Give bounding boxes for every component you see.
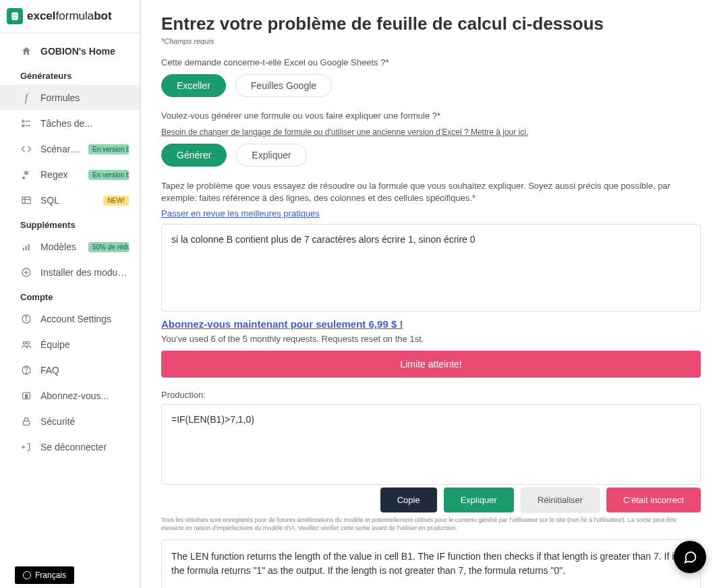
pill-row-platform: Exceller Feuilles Google — [161, 74, 701, 97]
svg-point-26 — [26, 372, 26, 373]
subscribe-link[interactable]: Abonnez-vous maintenant pour seulement 6… — [161, 318, 403, 330]
plus-circle-icon — [20, 266, 32, 278]
output-label: Production: — [161, 390, 701, 400]
regex-icon — [20, 169, 32, 181]
info-icon — [20, 313, 32, 325]
problem-input[interactable] — [161, 224, 701, 312]
svg-point-22 — [26, 316, 26, 317]
svg-rect-4 — [22, 125, 24, 127]
usage-text: You've used 6 of the 5 monthly requests.… — [161, 334, 701, 344]
output-box: =IF(LEN(B1)>7,1,0) — [161, 404, 701, 485]
chat-fab[interactable] — [674, 541, 706, 573]
beta-badge: En version b — [88, 144, 129, 154]
sidebar-item-taches[interactable]: Tâches de... — [0, 111, 140, 136]
svg-point-2 — [16, 14, 17, 16]
language-label: Français — [35, 570, 66, 580]
sidebar-item-label: Account Settings — [40, 314, 129, 324]
sidebar-item-securite[interactable]: Sécurité — [0, 409, 140, 434]
copy-button[interactable]: Copie — [380, 488, 437, 512]
question-mode: Voulez-vous générer une formule ou vous … — [161, 111, 701, 121]
incorrect-button[interactable]: C'était incorrect — [606, 488, 701, 512]
sidebar-item-label: Modèles — [40, 241, 80, 252]
sidebar-body: GOBION's Home Générateurs f Formules Tâc… — [0, 33, 140, 588]
action-row: Copie Expliquer Réinitialiser C'était in… — [161, 488, 701, 512]
new-badge: NEW! — [103, 196, 129, 206]
sidebar-item-abonnez[interactable]: $ Abonnez-vous... — [0, 383, 140, 409]
sidebar-item-label: Installer des modules... — [40, 267, 129, 278]
svg-point-24 — [27, 341, 30, 344]
lock-icon — [20, 415, 32, 428]
sidebar-item-sql[interactable]: SQL NEW! — [0, 187, 140, 213]
svg-text:$: $ — [25, 394, 28, 399]
required-note: *Champs requis — [161, 37, 701, 45]
sidebar-item-label: Tâches de... — [40, 118, 129, 129]
sidebar-item-label: Abonnez-vous... — [40, 390, 129, 401]
sidebar-item-deconnecter[interactable]: Se déconnecter — [0, 434, 140, 460]
tasks-icon — [20, 117, 32, 129]
svg-rect-3 — [22, 120, 24, 122]
svg-rect-15 — [26, 246, 27, 251]
sidebar-item-label: Formules — [40, 92, 129, 103]
chat-icon — [683, 550, 697, 564]
globe-icon — [23, 571, 31, 579]
sidebar-item-label: SQL — [40, 195, 95, 206]
sidebar-home[interactable]: GOBION's Home — [0, 38, 140, 64]
explanation-box: The LEN function returns the length of t… — [161, 539, 701, 588]
pill-row-mode: Générer Expliquer — [161, 144, 701, 167]
chart-icon — [20, 241, 32, 253]
logo[interactable]: excelformulabot — [0, 0, 140, 33]
pill-generate[interactable]: Générer — [161, 144, 227, 167]
sidebar-item-label: Sécurité — [40, 416, 129, 427]
svg-rect-29 — [23, 421, 29, 425]
app-root: excelformulabot GOBION's Home Générateur… — [0, 0, 721, 588]
sidebar-item-label: Se déconnecter — [40, 442, 129, 452]
sidebar-item-modeles[interactable]: Modèles 50% de rédu — [0, 234, 140, 260]
explain-button[interactable]: Expliquer — [444, 488, 514, 512]
main-content: Entrez votre problème de feuille de calc… — [140, 0, 721, 588]
disclaimer-text: Tous les résultats sont enregistrés pour… — [161, 517, 701, 532]
sidebar-item-label: FAQ — [40, 365, 129, 376]
pill-sheets[interactable]: Feuilles Google — [235, 74, 332, 97]
logo-text: excelformulabot — [27, 9, 112, 23]
dollar-icon: $ — [20, 390, 32, 402]
sidebar: excelformulabot GOBION's Home Générateur… — [0, 0, 140, 588]
sidebar-item-faq[interactable]: FAQ — [0, 357, 140, 383]
limit-reached-button[interactable]: Limite atteinte! — [161, 351, 701, 378]
sidebar-item-label: Regex — [40, 169, 80, 180]
sidebar-item-scenarios[interactable]: Scénarios En version b — [0, 136, 140, 162]
svg-point-1 — [13, 14, 14, 16]
sidebar-home-label: GOBION's Home — [40, 46, 129, 57]
reset-button[interactable]: Réinitialiser — [521, 488, 600, 512]
best-practices-link[interactable]: Passer en revue les meilleures pratiques — [161, 208, 320, 218]
sidebar-item-label: Scénarios — [40, 144, 80, 154]
pill-explain[interactable]: Expliquer — [236, 144, 306, 167]
sidebar-item-formules[interactable]: f Formules — [0, 85, 140, 111]
sidebar-item-installer[interactable]: Installer des modules... — [0, 260, 140, 285]
help-link-language[interactable]: Besoin de changer de langage de formule … — [161, 127, 701, 137]
logout-icon — [20, 441, 32, 453]
svg-rect-0 — [11, 12, 18, 20]
svg-point-10 — [23, 177, 25, 179]
svg-point-23 — [23, 341, 26, 344]
code-icon — [20, 143, 32, 155]
instruction-text: Tapez le problème que vous essayez de ré… — [161, 180, 701, 204]
section-addons: Suppléments — [0, 213, 140, 234]
question-platform: Cette demande concerne-t-elle Excel ou G… — [161, 57, 701, 67]
help-icon — [20, 364, 32, 376]
home-icon — [20, 45, 32, 57]
section-account: Compte — [0, 285, 140, 306]
discount-badge: 50% de rédu — [88, 242, 129, 252]
function-icon: f — [20, 92, 32, 104]
team-icon — [20, 339, 32, 351]
page-title: Entrez votre problème de feuille de calc… — [161, 13, 701, 34]
section-generators: Générateurs — [0, 64, 140, 85]
sidebar-item-label: Équipe — [40, 339, 129, 350]
sidebar-item-regex[interactable]: Regex En version b — [0, 162, 140, 187]
sidebar-item-equipe[interactable]: Équipe — [0, 332, 140, 357]
svg-rect-14 — [23, 247, 24, 250]
pill-excel[interactable]: Exceller — [161, 74, 226, 97]
beta-badge: En version b — [88, 170, 129, 180]
language-widget[interactable]: Français — [15, 566, 74, 584]
svg-rect-11 — [22, 197, 30, 203]
sidebar-item-account-settings[interactable]: Account Settings — [0, 306, 140, 332]
